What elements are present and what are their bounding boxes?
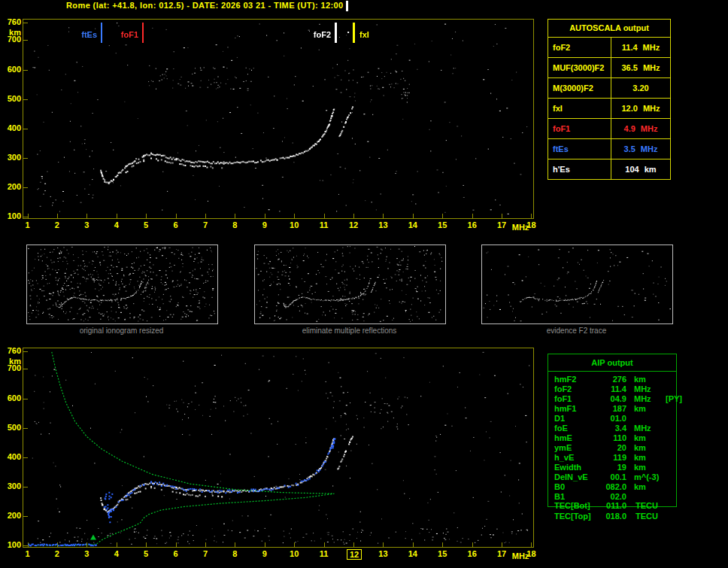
y-tick-label: 400 bbox=[1, 453, 21, 461]
x-tick-label: 14 bbox=[403, 220, 423, 230]
thumbnail-caption-no-multiples: eliminate multiple reflections bbox=[254, 327, 444, 335]
param-value: 104km bbox=[611, 159, 670, 179]
x-tick-label: 6 bbox=[166, 220, 186, 230]
param-value: 187 bbox=[596, 404, 626, 414]
aip-row: foF211.4MHz bbox=[554, 384, 676, 394]
x-tick-label: 3 bbox=[77, 220, 96, 230]
y-tick-label: 760 bbox=[1, 18, 21, 26]
param-unit bbox=[626, 414, 661, 424]
param-unit: MHz bbox=[626, 424, 661, 433]
param-value-number: 3.5 bbox=[624, 144, 635, 153]
autoscala-row: fxI12.0MHz bbox=[548, 98, 670, 118]
app-window: Rome (lat: +41.8, lon: 012.5) - DATE: 20… bbox=[0, 0, 728, 568]
autoscala-row: M(3000)F23.20 bbox=[548, 77, 670, 98]
x-tick-label: 12 bbox=[347, 549, 362, 560]
aip-row: ymE20km bbox=[554, 443, 676, 453]
top-plot-y-axis: 760700600500400300200100km bbox=[1, 19, 21, 220]
param-value: 19 bbox=[596, 463, 626, 472]
thumbnail-no-multiples-canvas bbox=[255, 245, 444, 322]
param-value: 082.0 bbox=[596, 482, 626, 492]
y-tick-label: 600 bbox=[1, 65, 21, 74]
param-value-number: 4.9 bbox=[624, 124, 635, 133]
x-tick-label: 1 bbox=[18, 549, 38, 559]
x-tick-label: 16 bbox=[463, 220, 482, 230]
aip-row: B0082.0km bbox=[554, 482, 676, 492]
top-ionogram-canvas bbox=[23, 20, 533, 218]
tec-row: TEC[Top]018.0TECU bbox=[548, 512, 681, 521]
param-value: 011.0 bbox=[596, 501, 626, 511]
bottom-plot-x-axis: 123456789101112131415161718MHz bbox=[23, 549, 550, 563]
param-unit: km bbox=[626, 443, 661, 453]
param-unit: km bbox=[626, 404, 661, 414]
param-label: M(3000)F2 bbox=[548, 78, 611, 98]
param-unit: MHz bbox=[643, 63, 660, 72]
param-extra bbox=[661, 414, 676, 424]
x-tick-label: 8 bbox=[225, 549, 244, 559]
param-label: foF1 bbox=[554, 394, 596, 404]
param-label: TEC[Bot] bbox=[554, 501, 596, 511]
param-label: DelN_vE bbox=[554, 472, 596, 482]
window-title: Rome (lat: +41.8, lon: 012.5) - DATE: 20… bbox=[66, 1, 344, 10]
x-tick-label: 6 bbox=[166, 549, 186, 559]
time-cursor-mark bbox=[346, 1, 348, 11]
x-tick-label: 14 bbox=[403, 549, 423, 559]
param-value: 4.9MHz bbox=[611, 119, 670, 138]
aip-row: h_vE119km bbox=[554, 453, 676, 463]
param-label: B0 bbox=[554, 482, 596, 492]
y-axis-unit: km bbox=[1, 29, 21, 37]
aip-row: DelN_vE00.1m^(-3) bbox=[554, 472, 676, 482]
param-value: 018.0 bbox=[596, 512, 626, 521]
x-tick-label: 2 bbox=[47, 220, 67, 230]
param-value: 119 bbox=[596, 453, 626, 463]
param-extra bbox=[661, 453, 676, 463]
param-label: foF1 bbox=[548, 119, 611, 138]
x-tick-label: 4 bbox=[107, 549, 126, 559]
x-tick-label: 11 bbox=[314, 220, 334, 230]
y-tick-label: 600 bbox=[1, 394, 21, 402]
x-tick-label: 3 bbox=[77, 549, 96, 559]
aip-row: foE3.4MHz bbox=[554, 424, 676, 433]
param-value-number: 3.20 bbox=[632, 84, 648, 93]
y-tick-label: 200 bbox=[1, 512, 21, 520]
param-value: 01.0 bbox=[596, 414, 626, 424]
y-tick-label: 400 bbox=[1, 124, 21, 132]
param-label: foF2 bbox=[554, 384, 596, 394]
param-extra bbox=[661, 433, 676, 443]
x-tick-label: 2 bbox=[47, 549, 67, 559]
thumbnail-original-canvas bbox=[27, 245, 216, 322]
autoscala-output-panel: AUTOSCALA output foF211.4MHzMUF(3000)F23… bbox=[548, 19, 671, 180]
param-value: 12.0MHz bbox=[611, 99, 670, 118]
y-tick-label: 100 bbox=[1, 212, 21, 220]
bottom-ionogram-canvas bbox=[23, 348, 533, 547]
x-tick-label: 1 bbox=[18, 220, 38, 230]
param-label: ymE bbox=[554, 443, 596, 453]
aip-row: hmF1187km bbox=[554, 404, 676, 414]
thumbnail-no-multiples bbox=[254, 245, 446, 324]
x-tick-label: 12 bbox=[344, 220, 363, 230]
bottom-plot-y-axis: 760700600500400300200100km bbox=[1, 348, 21, 549]
param-unit: MHz bbox=[641, 144, 658, 153]
y-tick-label: 200 bbox=[1, 183, 21, 191]
param-extra bbox=[661, 384, 676, 394]
y-tick-label: 300 bbox=[1, 482, 21, 491]
thumbnail-f2-trace-canvas bbox=[482, 245, 671, 322]
bottom-ionogram-plot bbox=[23, 348, 534, 548]
aip-row: foF104.9MHz[PY] bbox=[554, 394, 676, 404]
param-unit: MHz bbox=[641, 124, 658, 133]
x-tick-label: 7 bbox=[196, 220, 215, 230]
param-label: h_vE bbox=[554, 453, 596, 463]
param-label: D1 bbox=[554, 414, 596, 424]
param-unit: km bbox=[626, 375, 661, 384]
top-plot-x-axis: 123456789101112131415161718MHz bbox=[23, 220, 550, 234]
autoscala-row: MUF(3000)F236.5MHz bbox=[548, 57, 670, 77]
param-unit: km bbox=[626, 482, 661, 492]
x-tick-label: 13 bbox=[373, 549, 393, 559]
param-value-number: 36.5 bbox=[621, 63, 637, 72]
x-tick-label: 17 bbox=[492, 220, 511, 230]
aip-row: Ewidth19km bbox=[554, 463, 676, 472]
x-tick-label: 17 bbox=[492, 549, 511, 559]
param-value: 00.1 bbox=[596, 472, 626, 482]
x-tick-label: 11 bbox=[314, 549, 334, 559]
x-axis-unit: MHz bbox=[512, 223, 529, 232]
x-tick-label: 4 bbox=[107, 220, 126, 230]
